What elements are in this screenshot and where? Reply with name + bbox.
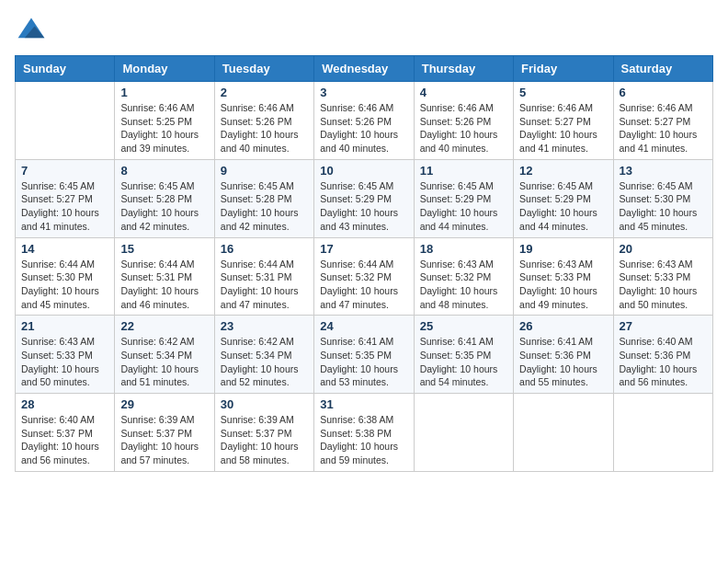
calendar-cell: 4Sunrise: 6:46 AMSunset: 5:26 PMDaylight… xyxy=(414,82,513,160)
calendar-cell: 27Sunrise: 6:40 AMSunset: 5:36 PMDayligh… xyxy=(613,316,712,394)
calendar-cell: 21Sunrise: 6:43 AMSunset: 5:33 PMDayligh… xyxy=(16,316,115,394)
day-number: 22 xyxy=(120,319,208,333)
header-saturday: Saturday xyxy=(613,56,712,82)
header-wednesday: Wednesday xyxy=(314,56,414,82)
day-number: 29 xyxy=(120,397,208,411)
calendar-cell: 20Sunrise: 6:43 AMSunset: 5:33 PMDayligh… xyxy=(613,237,712,316)
day-info: Sunrise: 6:46 AMSunset: 5:25 PMDaylight:… xyxy=(120,101,208,155)
calendar-cell: 10Sunrise: 6:45 AMSunset: 5:29 PMDayligh… xyxy=(314,159,414,237)
calendar-cell: 26Sunrise: 6:41 AMSunset: 5:36 PMDayligh… xyxy=(514,316,613,394)
calendar-cell: 28Sunrise: 6:40 AMSunset: 5:37 PMDayligh… xyxy=(16,394,115,472)
day-info: Sunrise: 6:39 AMSunset: 5:37 PMDaylight:… xyxy=(120,413,208,467)
header-tuesday: Tuesday xyxy=(214,56,313,82)
calendar-cell: 29Sunrise: 6:39 AMSunset: 5:37 PMDayligh… xyxy=(115,394,214,472)
day-number: 25 xyxy=(420,319,507,333)
calendar-cell: 15Sunrise: 6:44 AMSunset: 5:31 PMDayligh… xyxy=(115,237,214,316)
calendar-week-5: 28Sunrise: 6:40 AMSunset: 5:37 PMDayligh… xyxy=(16,394,713,472)
day-number: 21 xyxy=(21,319,108,333)
day-number: 23 xyxy=(221,319,308,333)
calendar-cell: 24Sunrise: 6:41 AMSunset: 5:35 PMDayligh… xyxy=(314,316,414,394)
day-info: Sunrise: 6:45 AMSunset: 5:29 PMDaylight:… xyxy=(420,179,507,234)
day-info: Sunrise: 6:41 AMSunset: 5:35 PMDaylight:… xyxy=(420,335,507,389)
day-number: 31 xyxy=(320,397,407,411)
day-number: 7 xyxy=(21,164,108,178)
day-number: 18 xyxy=(420,242,507,256)
day-number: 8 xyxy=(120,164,208,178)
calendar-cell: 9Sunrise: 6:45 AMSunset: 5:28 PMDaylight… xyxy=(214,159,313,237)
calendar-cell xyxy=(414,394,513,472)
day-number: 27 xyxy=(620,319,707,333)
calendar-week-2: 7Sunrise: 6:45 AMSunset: 5:27 PMDaylight… xyxy=(16,159,713,237)
logo xyxy=(15,15,51,48)
day-info: Sunrise: 6:46 AMSunset: 5:27 PMDaylight:… xyxy=(620,101,707,155)
calendar-cell: 1Sunrise: 6:46 AMSunset: 5:25 PMDaylight… xyxy=(115,82,214,160)
calendar-cell: 8Sunrise: 6:45 AMSunset: 5:28 PMDaylight… xyxy=(115,159,214,237)
header-friday: Friday xyxy=(514,56,613,82)
header-sunday: Sunday xyxy=(16,56,115,82)
calendar-table: SundayMondayTuesdayWednesdayThursdayFrid… xyxy=(15,55,713,472)
day-info: Sunrise: 6:40 AMSunset: 5:36 PMDaylight:… xyxy=(620,335,707,389)
calendar-cell: 7Sunrise: 6:45 AMSunset: 5:27 PMDaylight… xyxy=(16,159,115,237)
header-thursday: Thursday xyxy=(414,56,513,82)
day-info: Sunrise: 6:41 AMSunset: 5:36 PMDaylight:… xyxy=(519,335,607,389)
day-number: 9 xyxy=(221,164,308,178)
day-info: Sunrise: 6:42 AMSunset: 5:34 PMDaylight:… xyxy=(120,335,208,389)
day-number: 12 xyxy=(519,164,607,178)
logo-icon xyxy=(15,15,48,48)
day-info: Sunrise: 6:43 AMSunset: 5:33 PMDaylight:… xyxy=(21,335,108,389)
calendar-cell: 6Sunrise: 6:46 AMSunset: 5:27 PMDaylight… xyxy=(613,82,712,160)
calendar-cell: 2Sunrise: 6:46 AMSunset: 5:26 PMDaylight… xyxy=(214,82,313,160)
calendar-cell: 3Sunrise: 6:46 AMSunset: 5:26 PMDaylight… xyxy=(314,82,414,160)
calendar-cell xyxy=(514,394,613,472)
calendar-cell: 12Sunrise: 6:45 AMSunset: 5:29 PMDayligh… xyxy=(514,159,613,237)
day-info: Sunrise: 6:46 AMSunset: 5:26 PMDaylight:… xyxy=(420,101,507,155)
calendar-cell: 18Sunrise: 6:43 AMSunset: 5:32 PMDayligh… xyxy=(414,237,513,316)
day-number: 5 xyxy=(519,86,607,99)
calendar-cell: 16Sunrise: 6:44 AMSunset: 5:31 PMDayligh… xyxy=(214,237,313,316)
calendar-cell: 31Sunrise: 6:38 AMSunset: 5:38 PMDayligh… xyxy=(314,394,414,472)
day-number: 11 xyxy=(420,164,507,178)
day-number: 14 xyxy=(21,242,108,256)
day-info: Sunrise: 6:45 AMSunset: 5:28 PMDaylight:… xyxy=(221,179,308,234)
day-info: Sunrise: 6:38 AMSunset: 5:38 PMDaylight:… xyxy=(320,413,407,467)
header-monday: Monday xyxy=(115,56,214,82)
calendar-header-row: SundayMondayTuesdayWednesdayThursdayFrid… xyxy=(16,56,713,82)
day-info: Sunrise: 6:46 AMSunset: 5:26 PMDaylight:… xyxy=(221,101,308,155)
day-info: Sunrise: 6:40 AMSunset: 5:37 PMDaylight:… xyxy=(21,413,108,467)
day-info: Sunrise: 6:46 AMSunset: 5:26 PMDaylight:… xyxy=(320,101,407,155)
day-info: Sunrise: 6:45 AMSunset: 5:29 PMDaylight:… xyxy=(519,179,607,234)
calendar-week-1: 1Sunrise: 6:46 AMSunset: 5:25 PMDaylight… xyxy=(16,82,713,160)
day-number: 26 xyxy=(519,319,607,333)
calendar-cell: 23Sunrise: 6:42 AMSunset: 5:34 PMDayligh… xyxy=(214,316,313,394)
calendar-cell: 11Sunrise: 6:45 AMSunset: 5:29 PMDayligh… xyxy=(414,159,513,237)
day-number: 1 xyxy=(120,86,208,99)
day-info: Sunrise: 6:42 AMSunset: 5:34 PMDaylight:… xyxy=(221,335,308,389)
calendar-cell xyxy=(613,394,712,472)
day-number: 19 xyxy=(519,242,607,256)
day-info: Sunrise: 6:45 AMSunset: 5:29 PMDaylight:… xyxy=(320,179,407,234)
day-number: 16 xyxy=(221,242,308,256)
calendar-cell: 5Sunrise: 6:46 AMSunset: 5:27 PMDaylight… xyxy=(514,82,613,160)
day-number: 3 xyxy=(320,86,407,99)
calendar-cell xyxy=(16,82,115,160)
calendar-cell: 25Sunrise: 6:41 AMSunset: 5:35 PMDayligh… xyxy=(414,316,513,394)
calendar-cell: 19Sunrise: 6:43 AMSunset: 5:33 PMDayligh… xyxy=(514,237,613,316)
day-info: Sunrise: 6:43 AMSunset: 5:32 PMDaylight:… xyxy=(420,258,507,312)
day-number: 15 xyxy=(120,242,208,256)
day-info: Sunrise: 6:43 AMSunset: 5:33 PMDaylight:… xyxy=(620,258,707,312)
day-info: Sunrise: 6:39 AMSunset: 5:37 PMDaylight:… xyxy=(221,413,308,467)
calendar-cell: 22Sunrise: 6:42 AMSunset: 5:34 PMDayligh… xyxy=(115,316,214,394)
day-number: 4 xyxy=(420,86,507,99)
day-info: Sunrise: 6:46 AMSunset: 5:27 PMDaylight:… xyxy=(519,101,607,155)
day-info: Sunrise: 6:44 AMSunset: 5:31 PMDaylight:… xyxy=(120,258,208,312)
day-number: 10 xyxy=(320,164,407,178)
day-number: 17 xyxy=(320,242,407,256)
day-info: Sunrise: 6:44 AMSunset: 5:30 PMDaylight:… xyxy=(21,258,108,312)
day-info: Sunrise: 6:45 AMSunset: 5:27 PMDaylight:… xyxy=(21,179,108,234)
day-number: 24 xyxy=(320,319,407,333)
day-number: 6 xyxy=(620,86,707,99)
day-number: 13 xyxy=(620,164,707,178)
calendar-cell: 17Sunrise: 6:44 AMSunset: 5:32 PMDayligh… xyxy=(314,237,414,316)
day-info: Sunrise: 6:44 AMSunset: 5:31 PMDaylight:… xyxy=(221,258,308,312)
calendar-week-4: 21Sunrise: 6:43 AMSunset: 5:33 PMDayligh… xyxy=(16,316,713,394)
